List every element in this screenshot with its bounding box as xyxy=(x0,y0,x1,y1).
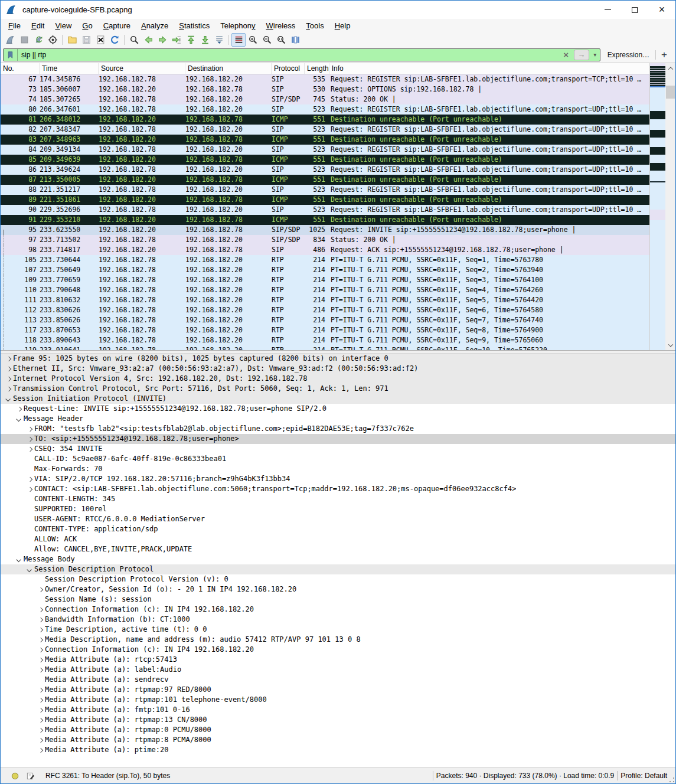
colorize-button[interactable] xyxy=(231,33,246,47)
packet-row[interactable]: 110233.790648192.168.182.78192.168.182.2… xyxy=(1,285,649,295)
detail-row[interactable]: TO: <sip:+15555551234@192.168.182.78;use… xyxy=(1,434,675,444)
detail-row[interactable]: Message Body xyxy=(1,554,675,564)
detail-row[interactable]: Allow: CANCEL,BYE,INVITE,PRACK,UPDATE xyxy=(1,544,675,554)
maximize-button[interactable] xyxy=(621,1,648,19)
packet-row[interactable]: 117233.870653192.168.182.78192.168.182.2… xyxy=(1,325,649,335)
zoom-in-button[interactable] xyxy=(246,33,260,47)
menu-edit[interactable]: Edit xyxy=(26,20,50,31)
chevron-right-icon[interactable] xyxy=(4,387,13,391)
chevron-down-icon[interactable] xyxy=(15,417,24,421)
scroll-up-icon[interactable] xyxy=(665,63,675,73)
packet-row[interactable]: 67174.345876192.168.182.78192.168.182.20… xyxy=(1,74,649,84)
chevron-right-icon[interactable] xyxy=(36,588,45,592)
resize-grip[interactable] xyxy=(670,778,674,782)
chevron-right-icon[interactable] xyxy=(25,447,34,451)
chevron-right-icon[interactable] xyxy=(36,739,45,742)
detail-row[interactable]: Session Description Protocol Version (v)… xyxy=(1,574,675,584)
detail-row[interactable]: Media Attribute (a): fmtp:101 0-16 xyxy=(1,705,675,715)
chevron-right-icon[interactable] xyxy=(4,357,13,361)
column-header-length[interactable]: Length xyxy=(305,63,329,74)
chevron-right-icon[interactable] xyxy=(36,628,45,632)
menu-help[interactable]: Help xyxy=(329,20,356,31)
chevron-right-icon[interactable] xyxy=(25,488,34,491)
packet-row[interactable]: 88221.351217192.168.182.78192.168.182.20… xyxy=(1,185,649,195)
chevron-right-icon[interactable] xyxy=(25,427,34,431)
chevron-down-icon[interactable] xyxy=(15,558,24,561)
menu-capture[interactable]: Capture xyxy=(98,20,136,31)
packet-row[interactable]: 111233.810632192.168.182.78192.168.182.2… xyxy=(1,295,649,305)
start-capture-button[interactable] xyxy=(3,33,17,47)
close-file-button[interactable] xyxy=(93,33,107,47)
expert-info-icon[interactable] xyxy=(8,772,22,780)
detail-row[interactable]: SUPPORTED: 100rel xyxy=(1,504,675,514)
detail-row[interactable]: Bandwidth Information (b): CT:1000 xyxy=(1,615,675,625)
packet-row[interactable]: 107233.750649192.168.182.78192.168.182.2… xyxy=(1,265,649,275)
column-header-destination[interactable]: Destination xyxy=(185,63,272,74)
zoom-original-button[interactable] xyxy=(274,33,288,47)
chevron-right-icon[interactable] xyxy=(4,377,13,381)
detail-row[interactable]: CSEQ: 354 INVITE xyxy=(1,444,675,454)
detail-row[interactable]: Connection Information (c): IN IP4 192.1… xyxy=(1,645,675,655)
detail-row[interactable]: Session Initiation Protocol (INVITE) xyxy=(1,394,675,404)
detail-row[interactable]: FROM: "testsfb lab2"<sip:testsfblab2@lab… xyxy=(1,424,675,434)
chevron-right-icon[interactable] xyxy=(25,437,34,441)
packet-row[interactable]: 97233.713502192.168.182.78192.168.182.20… xyxy=(1,235,649,245)
restart-capture-button[interactable] xyxy=(31,33,45,47)
detail-row[interactable]: Media Attribute (a): rtpmap:101 telephon… xyxy=(1,695,675,705)
intelligent-scrollbar-minimap[interactable] xyxy=(649,63,665,350)
chevron-right-icon[interactable] xyxy=(36,718,45,722)
column-header-time[interactable]: Time xyxy=(40,63,99,74)
capture-options-button[interactable] xyxy=(45,33,60,47)
detail-row[interactable]: Media Attribute (a): label:Audio xyxy=(1,665,675,675)
chevron-right-icon[interactable] xyxy=(36,648,45,652)
find-packet-button[interactable] xyxy=(127,33,141,47)
column-header-info[interactable]: Info xyxy=(329,63,649,74)
packet-row[interactable]: 95233.623550192.168.182.20192.168.182.78… xyxy=(1,225,649,235)
detail-row[interactable]: Transmission Control Protocol, Src Port:… xyxy=(1,384,675,394)
detail-row[interactable]: Media Attribute (a): rtpmap:97 RED/8000 xyxy=(1,685,675,695)
detail-row[interactable]: Media Description, name and address (m):… xyxy=(1,635,675,645)
detail-row[interactable]: Media Attribute (a): ptime:20 xyxy=(1,745,675,755)
chevron-right-icon[interactable] xyxy=(36,749,45,752)
menu-statistics[interactable]: Statistics xyxy=(174,20,215,31)
chevron-right-icon[interactable] xyxy=(36,618,45,622)
detail-row[interactable]: VIA: SIP/2.0/TCP 192.168.182.20:57116;br… xyxy=(1,474,675,484)
detail-row[interactable]: Internet Protocol Version 4, Src: 192.16… xyxy=(1,374,675,384)
chevron-right-icon[interactable] xyxy=(25,478,34,481)
save-file-button[interactable]: 010 xyxy=(79,33,93,47)
packet-row[interactable]: 81206.348012192.168.182.20192.168.182.78… xyxy=(1,115,649,125)
chevron-right-icon[interactable] xyxy=(36,698,45,702)
detail-row[interactable]: Time Description, active time (t): 0 0 xyxy=(1,625,675,635)
detail-row[interactable]: ALLOW: ACK xyxy=(1,534,675,544)
minimize-button[interactable] xyxy=(594,1,621,19)
detail-row[interactable]: Ethernet II, Src: Vmware_93:a2:a7 (00:50… xyxy=(1,364,675,374)
detail-row[interactable]: CONTACT: <sip:LAB-SFBFE1.lab.objectiflun… xyxy=(1,484,675,494)
packet-row[interactable]: 118233.890643192.168.182.78192.168.182.2… xyxy=(1,335,649,345)
detail-row[interactable]: Media Attribute (a): rtcp:57413 xyxy=(1,655,675,665)
capture-comment-icon[interactable] xyxy=(23,772,37,780)
detail-row[interactable]: Session Name (s): session xyxy=(1,594,675,605)
chevron-right-icon[interactable] xyxy=(36,688,45,692)
zoom-out-button[interactable] xyxy=(260,33,274,47)
go-first-button[interactable] xyxy=(184,33,198,47)
packet-row[interactable]: 74185.307265192.168.182.78192.168.182.20… xyxy=(1,94,649,104)
chevron-right-icon[interactable] xyxy=(4,367,13,371)
packet-row[interactable]: 112233.830626192.168.182.78192.168.182.2… xyxy=(1,305,649,315)
filter-apply-icon[interactable]: → xyxy=(574,50,589,60)
status-profile[interactable]: Profile: Default xyxy=(621,772,667,780)
packet-row[interactable]: 84209.349134192.168.182.78192.168.182.20… xyxy=(1,145,649,155)
packet-row[interactable]: 85209.349639192.168.182.20192.168.182.78… xyxy=(1,155,649,165)
packet-row[interactable]: 89221.351861192.168.182.20192.168.182.78… xyxy=(1,195,649,205)
packet-row[interactable]: 80206.347601192.168.182.78192.168.182.20… xyxy=(1,104,649,115)
chevron-right-icon[interactable] xyxy=(36,668,45,672)
detail-row[interactable]: Session Description Protocol xyxy=(1,564,675,574)
detail-row[interactable]: Request-Line: INVITE sip:+15555551234@19… xyxy=(1,404,675,414)
go-forward-button[interactable] xyxy=(155,33,169,47)
scrollbar-thumb[interactable] xyxy=(666,86,675,99)
detail-row[interactable]: Connection Information (c): IN IP4 192.1… xyxy=(1,605,675,615)
menu-view[interactable]: View xyxy=(50,20,77,31)
packet-row[interactable]: 87213.350005192.168.182.20192.168.182.78… xyxy=(1,175,649,185)
reload-file-button[interactable] xyxy=(107,33,122,47)
stop-capture-button[interactable] xyxy=(17,33,31,47)
menu-wireless[interactable]: Wireless xyxy=(261,20,301,31)
